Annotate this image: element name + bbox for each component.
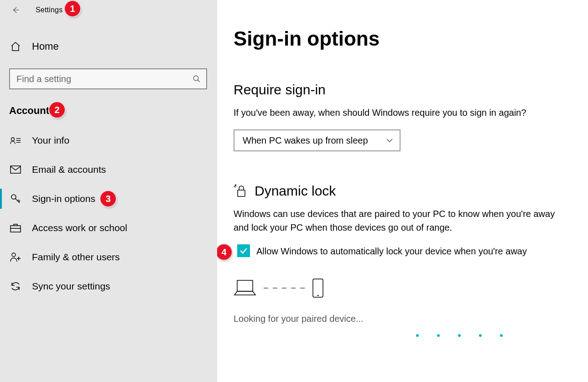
dynamic-lock-checkbox[interactable] [237,244,250,257]
sidebar-item-sync[interactable]: Sync your settings [0,272,217,301]
svg-rect-2 [10,166,21,173]
sidebar-item-label: Sign-in options [32,193,95,204]
search-icon [193,75,201,83]
key-icon [9,193,22,204]
chevron-down-icon [386,137,393,144]
svg-point-5 [12,253,16,257]
people-plus-icon [9,252,22,262]
content-area: Sign-in options Require sign-in If you'v… [217,0,588,382]
pairing-diagram [234,278,570,298]
laptop-icon [234,279,256,297]
user-info-icon [9,136,22,145]
annotation-badge-3: 3 [100,191,116,206]
annotation-badge-1: 1 [65,1,80,16]
dynamic-lock-heading: Dynamic lock [234,183,570,199]
svg-rect-8 [313,279,323,297]
app-title: Settings [36,6,62,14]
require-signin-value: When PC wakes up from sleep [243,135,368,146]
sidebar-item-label: Access work or school [32,222,127,233]
svg-rect-7 [237,280,253,291]
search-input[interactable] [16,74,193,84]
sidebar-category: Accounts [9,105,217,117]
svg-rect-6 [238,190,245,196]
dynamic-lock-heading-text: Dynamic lock [255,183,336,199]
page-title: Sign-in options [234,27,570,50]
connection-dashes [264,288,305,289]
home-icon [9,41,22,52]
email-icon [9,165,22,174]
sidebar-item-label: Sync your settings [32,281,110,292]
back-button[interactable] [8,3,23,17]
sidebar-item-work-school[interactable]: Access work or school [0,213,217,243]
sidebar-item-email[interactable]: Email & accounts [0,155,217,184]
checkmark-icon [239,246,248,255]
require-signin-heading: Require sign-in [234,82,570,98]
sidebar-item-label: Email & accounts [32,164,106,175]
home-label: Home [32,41,59,52]
dynamic-lock-icon [234,184,247,198]
settings-sidebar: Settings 1 Home Accounts 2 Your info Ema… [0,0,217,382]
home-nav[interactable]: Home [0,33,217,60]
require-signin-select[interactable]: When PC wakes up from sleep [234,129,401,151]
sidebar-item-label: Family & other users [32,252,120,263]
sync-icon [9,281,22,292]
sidebar-item-family[interactable]: Family & other users [0,243,217,272]
progress-dots [234,334,570,337]
annotation-badge-2: 2 [49,102,65,118]
briefcase-icon [9,223,22,232]
titlebar: Settings 1 [0,0,217,20]
phone-icon [312,278,324,298]
dynamic-lock-checkbox-row: 4 Allow Windows to automatically lock yo… [234,244,553,260]
back-arrow-icon [11,6,20,14]
sidebar-item-label: Your info [32,135,69,146]
dynamic-lock-description: Windows can use devices that are paired … [234,207,562,234]
annotation-badge-4: 4 [217,244,232,260]
pairing-status: Looking for your paired device... [234,314,570,324]
svg-rect-4 [10,226,21,232]
dynamic-lock-checkbox-label: Allow Windows to automatically lock your… [256,244,527,258]
require-signin-prompt: If you've been away, when should Windows… [234,106,562,119]
sidebar-item-signin[interactable]: Sign-in options 3 [0,184,217,213]
search-box[interactable] [9,68,207,89]
svg-point-1 [11,138,15,141]
svg-point-0 [193,76,198,81]
sidebar-item-your-info[interactable]: Your info [0,126,217,155]
